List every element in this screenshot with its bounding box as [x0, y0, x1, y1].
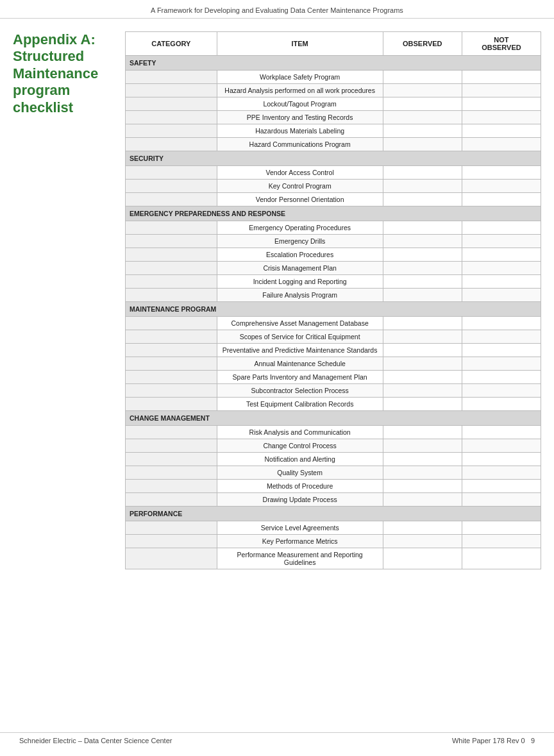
table-row: Hazard Analysis performed on all work pr… [126, 84, 541, 97]
table-area: CATEGORY ITEM OBSERVED NOTOBSERVED SAFET… [125, 31, 541, 569]
table-row: Hazardous Materials Labeling [126, 124, 541, 138]
section-header-row: MAINTENANCE PROGRAM [126, 302, 541, 317]
table-row: Escalation Procedures [126, 248, 541, 262]
table-row: Lockout/Tagout Program [126, 97, 541, 111]
section-header-row: PERFORMANCE [126, 507, 541, 521]
col-header-notobserved: NOTOBSERVED [462, 32, 541, 56]
table-row: Emergency Drills [126, 235, 541, 248]
section-header-row: CHANGE MANAGEMENT [126, 411, 541, 426]
table-row: Workplace Safety Program [126, 71, 541, 84]
table-row: Subcontractor Selection Process [126, 384, 541, 398]
table-row: Service Level Agreements [126, 521, 541, 535]
table-row: Risk Analysis and Communication [126, 426, 541, 439]
table-row: Emergency Operating Procedures [126, 221, 541, 235]
table-row: Vendor Access Control [126, 166, 541, 180]
table-row: PPE Inventory and Testing Records [126, 111, 541, 124]
page-header: A Framework for Developing and Evaluatin… [0, 0, 554, 19]
section-header-row: SECURITY [126, 151, 541, 166]
table-row: Drawing Update Process [126, 493, 541, 507]
table-row: Test Equipment Calibration Records [126, 398, 541, 411]
table-row: Scopes of Service for Critical Equipment [126, 330, 541, 344]
footer-right: White Paper 178 Rev 0 9 [452, 737, 535, 744]
table-row: Failure Analysis Program [126, 289, 541, 302]
table-row: Key Control Program [126, 180, 541, 193]
table-row: Crisis Management Plan [126, 262, 541, 275]
col-header-item: ITEM [217, 32, 383, 56]
table-row: Key Performance Metrics [126, 535, 541, 548]
table-row: Vendor Personnel Orientation [126, 193, 541, 206]
table-row: Incident Logging and Reporting [126, 275, 541, 289]
col-header-observed: OBSERVED [383, 32, 462, 56]
section-header-row: SAFETY [126, 56, 541, 71]
table-row: Comprehensive Asset Management Database [126, 317, 541, 330]
table-row: Hazard Communications Program [126, 138, 541, 151]
footer-left: Schneider Electric – Data Center Science… [19, 737, 172, 744]
page-footer: Schneider Electric – Data Center Science… [0, 732, 554, 744]
section-header-row: EMERGENCY PREPAREDNESS AND RESPONSE [126, 206, 541, 221]
col-header-category: CATEGORY [126, 32, 217, 56]
sidebar-title: Appendix A: Structured Maintenance progr… [13, 31, 112, 116]
table-row: Change Control Process [126, 439, 541, 453]
header-title: A Framework for Developing and Evaluatin… [151, 6, 403, 14]
table-row: Preventative and Predictive Maintenance … [126, 344, 541, 357]
table-row: Spare Parts Inventory and Management Pla… [126, 371, 541, 384]
table-row: Quality System [126, 466, 541, 480]
table-row: Performance Measurement and Reporting Gu… [126, 548, 541, 569]
table-row: Methods of Procedure [126, 480, 541, 493]
table-row: Notification and Alerting [126, 453, 541, 466]
checklist-table: CATEGORY ITEM OBSERVED NOTOBSERVED SAFET… [125, 31, 541, 569]
sidebar: Appendix A: Structured Maintenance progr… [13, 31, 112, 569]
table-row: Annual Maintenance Schedule [126, 357, 541, 371]
